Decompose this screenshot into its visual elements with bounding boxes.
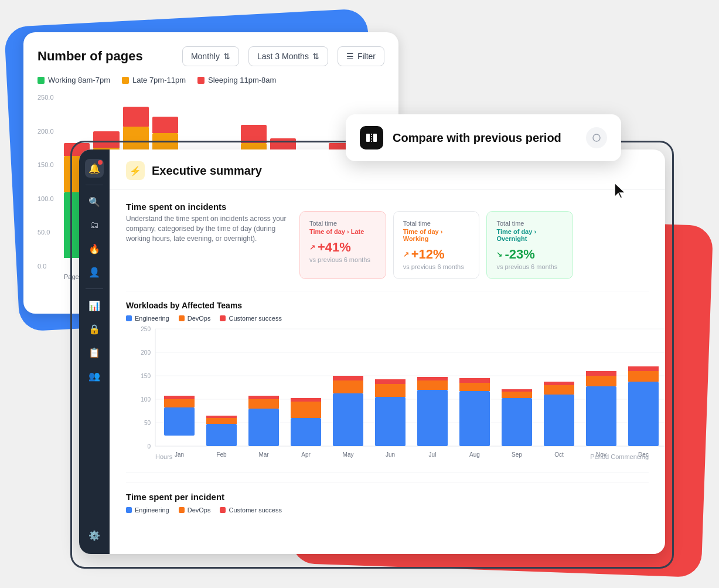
- workloads-chart-svg: 250 200 150 100 50 0: [132, 329, 665, 446]
- legend-engineering: Engineering: [126, 315, 169, 322]
- svg-text:May: May: [343, 451, 354, 458]
- svg-text:Feb: Feb: [216, 451, 227, 458]
- metric-card-late: Total time Time of day › Late ↗ +41% vs …: [299, 211, 386, 279]
- time-per-incident-title: Time spent per incident: [126, 492, 649, 502]
- legend-label-working: Working 8am-7pm: [48, 76, 110, 84]
- settings-icon: ⚙️: [88, 530, 100, 541]
- compare-svg-icon: [365, 131, 378, 144]
- legend-cs-2: Customer success: [220, 507, 281, 514]
- hours-label: Hours: [155, 453, 172, 460]
- fire-icon: 🔥: [88, 243, 100, 254]
- sidebar-icon-notification[interactable]: 🔔: [85, 159, 104, 178]
- svg-rect-48: [628, 366, 659, 371]
- legend-devops-2: DevOps: [179, 507, 211, 514]
- svg-rect-62: [373, 134, 377, 142]
- last3months-dropdown[interactable]: Last 3 Months ⇅: [248, 46, 328, 66]
- metric-card-working: Total time Time of day › Working ↗ +12% …: [393, 211, 480, 279]
- notification-badge: [98, 160, 103, 165]
- y-axis-labels: 250.0 200.0 150.0 100.0 50.0 0.0: [38, 94, 61, 270]
- metric-label-0: Total time: [309, 220, 376, 227]
- svg-rect-37: [502, 398, 532, 446]
- lock-icon: 🔒: [88, 324, 100, 335]
- main-content: ⚡ Executive summary Time spent on incide…: [110, 149, 665, 554]
- legend-late: Late 7pm-11pm: [122, 76, 186, 84]
- sidebar-icon-settings[interactable]: ⚙️: [85, 526, 104, 545]
- workloads-chart-legend: Engineering DevOps Customer success: [126, 315, 649, 322]
- svg-rect-27: [333, 376, 363, 380]
- svg-text:100: 100: [141, 396, 151, 403]
- team-icon: 👥: [88, 371, 100, 382]
- incidents-top: Time spent on incidents Understand the t…: [126, 202, 649, 279]
- svg-rect-22: [291, 418, 321, 446]
- svg-rect-44: [586, 376, 616, 386]
- exec-summary-title: Executive summary: [152, 164, 262, 178]
- svg-text:Oct: Oct: [554, 451, 564, 458]
- workloads-chart-container: 250 200 150 100 50 0: [132, 329, 649, 460]
- svg-rect-17: [206, 418, 237, 424]
- sidebar-icon-clipboard[interactable]: 📋: [85, 343, 104, 362]
- sidebar-icon-lock[interactable]: 🔒: [85, 320, 104, 338]
- chevron-up-down-icon: ⇅: [312, 52, 319, 61]
- svg-rect-16: [206, 424, 237, 446]
- svg-rect-14: [164, 399, 195, 407]
- sidebar-icon-team[interactable]: 👥: [85, 366, 104, 385]
- metric-vs-2: vs previous 6 months: [496, 263, 563, 270]
- exec-summary-icon: ⚡: [126, 161, 145, 180]
- sidebar-icon-user[interactable]: 👤: [85, 263, 104, 281]
- metric-card-overnight: Total time Time of day › Overnight ↘ -23…: [486, 211, 573, 279]
- legend-sq-engineering: [126, 315, 132, 321]
- svg-rect-19: [248, 409, 279, 446]
- metric-vs-1: vs previous 6 months: [403, 263, 470, 270]
- sidebar-icon-fire[interactable]: 🔥: [85, 239, 104, 258]
- legend-sq-cs-2: [220, 507, 226, 513]
- svg-text:200: 200: [141, 349, 151, 356]
- svg-rect-29: [375, 384, 405, 397]
- svg-rect-36: [459, 378, 490, 383]
- chevron-up-down-icon: ⇅: [223, 52, 230, 61]
- axis-labels-row: Hours Period Commencing: [155, 453, 649, 460]
- sidebar-icon-search[interactable]: 🔍: [85, 192, 104, 211]
- lightning-icon: ⚡: [130, 165, 141, 176]
- section-divider: [126, 291, 649, 291]
- documents-icon: 🗂: [90, 220, 99, 230]
- compare-icon: [360, 126, 383, 149]
- svg-text:Apr: Apr: [301, 451, 311, 458]
- metric-sublabel-1: Time of day › Working: [403, 228, 470, 242]
- content-body: Time spent on incidents Understand the t…: [110, 190, 665, 554]
- svg-rect-45: [586, 371, 616, 376]
- svg-rect-47: [628, 371, 659, 382]
- main-dashboard-card: 🔔 🔍 🗂 🔥 👤 📊 🔒 📋 👥 ⚙️: [79, 149, 665, 554]
- legend-label-late: Late 7pm-11pm: [132, 76, 186, 84]
- svg-rect-41: [544, 385, 574, 395]
- svg-point-64: [593, 134, 600, 141]
- sidebar-divider: [86, 288, 103, 289]
- search-icon: 🔍: [88, 196, 100, 208]
- svg-rect-35: [459, 383, 490, 391]
- svg-rect-20: [248, 399, 279, 409]
- legend-devops: DevOps: [179, 315, 211, 322]
- svg-rect-61: [366, 134, 370, 142]
- metric-sublabel-2: Time of day › Overnight: [496, 228, 563, 242]
- workloads-title: Workloads by Affected Teams: [126, 301, 649, 310]
- clipboard-icon: 📋: [88, 347, 100, 358]
- svg-text:Mar: Mar: [258, 451, 269, 458]
- metric-sublabel-0: Time of day › Late: [309, 228, 376, 235]
- svg-text:Jun: Jun: [386, 451, 395, 458]
- svg-rect-23: [291, 402, 321, 418]
- svg-rect-24: [291, 398, 321, 402]
- toggle-icon: [592, 133, 601, 142]
- svg-rect-30: [375, 379, 405, 384]
- compare-toggle-button[interactable]: [586, 127, 607, 148]
- legend-dot-working: [38, 77, 45, 84]
- time-per-incident-legend: Engineering DevOps Customer success: [126, 507, 649, 514]
- sidebar-icon-documents[interactable]: 🗂: [85, 216, 104, 234]
- sidebar-icon-chart[interactable]: 📊: [85, 296, 104, 315]
- workloads-section: Workloads by Affected Teams Engineering …: [126, 301, 649, 460]
- legend-eng-2: Engineering: [126, 507, 169, 514]
- svg-text:250: 250: [141, 326, 151, 332]
- svg-rect-26: [333, 380, 363, 393]
- filter-button[interactable]: ☰ Filter: [338, 46, 384, 66]
- monthly-dropdown[interactable]: Monthly ⇅: [182, 46, 239, 66]
- legend-sq-devops: [179, 315, 185, 321]
- chart-icon: 📊: [88, 300, 100, 311]
